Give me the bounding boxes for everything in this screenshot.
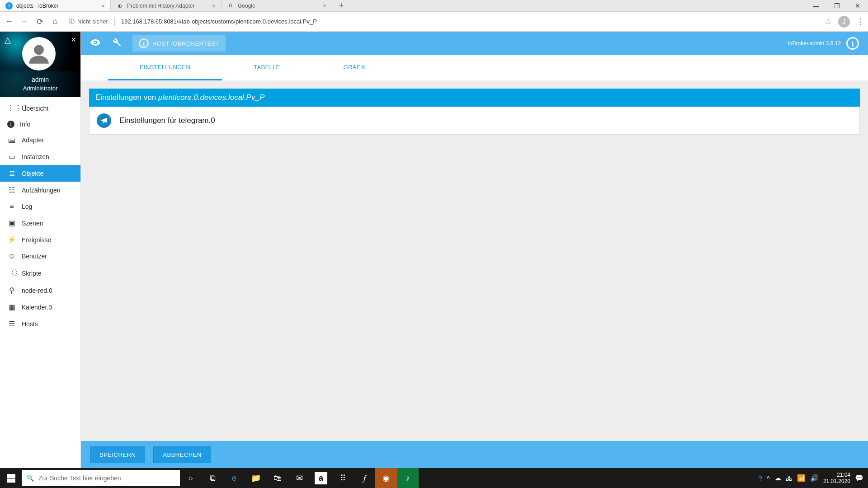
menu-collapse-icon[interactable]: ▽ — [5, 36, 11, 46]
list-icon: ≣ — [7, 169, 16, 178]
sidebar-item-objects[interactable]: ≣Objekte — [0, 165, 80, 182]
windows-taskbar: 🔍 Zur Suche Text hier eingeben ○ ⧉ e 📁 🛍… — [0, 468, 868, 488]
iobroker-icon — [139, 38, 149, 48]
cancel-button[interactable]: ABBRECHEN — [153, 446, 211, 463]
reload-button[interactable]: ⟳ — [34, 17, 45, 27]
browser-menu-icon[interactable]: ⋮ — [856, 17, 864, 27]
sidebar-item-overview[interactable]: ⋮⋮⋮Übersicht — [0, 100, 80, 117]
person-icon: ☺ — [7, 252, 16, 260]
security-badge[interactable]: ⓘ Nicht sicher — [69, 18, 108, 26]
sidebar-item-scripts[interactable]: 〈〉Skripte — [0, 264, 80, 282]
favicon-iobroker: i — [5, 2, 13, 9]
hub-icon: ⚲ — [7, 286, 16, 295]
store-icon[interactable]: 🛍 — [267, 468, 288, 488]
tab-close-icon[interactable]: × — [101, 2, 105, 9]
search-placeholder: Zur Suche Text hier eingeben — [38, 474, 121, 482]
maximize-button[interactable]: ❐ — [826, 0, 847, 12]
sidebar-item-label: Adapter — [22, 136, 44, 144]
forward-button[interactable]: → — [19, 17, 30, 26]
sidebar-item-users[interactable]: ☺Benutzer — [0, 248, 80, 264]
sidebar-close-icon[interactable]: × — [71, 35, 76, 45]
tab-chart[interactable]: GRAFIK — [312, 55, 398, 80]
subtab-bar: EINSTELLUNGEN TABELLE GRAFIK — [81, 55, 868, 80]
code-icon: 〈〉 — [7, 268, 16, 278]
sidebar-item-instances[interactable]: ▭Instanzen — [0, 148, 80, 165]
sidebar-item-label: Objekte — [22, 170, 43, 177]
explorer-icon[interactable]: 📁 — [245, 468, 267, 488]
clock-date: 21.01.2020 — [823, 478, 850, 484]
address-bar[interactable]: ⓘ Nicht sicher 192.168.178.65:8081/#tab-… — [65, 18, 820, 26]
wrench-icon[interactable] — [112, 38, 122, 50]
tab-close-icon[interactable]: × — [212, 2, 216, 9]
network-tray-icon[interactable]: 🖧 — [786, 474, 793, 482]
info-icon: ⓘ — [69, 18, 75, 26]
favicon-google: G — [227, 2, 234, 9]
mail-icon[interactable]: ✉ — [288, 468, 310, 488]
notifications-tray-icon[interactable]: 💬 — [855, 474, 863, 482]
browser-tab-iobroker[interactable]: i objects - ioBroker × — [0, 0, 111, 11]
system-tray: ? ^ ☁ 🖧 📶 🔊 21:04 21.01.2020 💬 — [759, 472, 868, 485]
tab-close-icon[interactable]: × — [323, 2, 326, 9]
sidebar-item-scenes[interactable]: ▣Szenen — [0, 215, 80, 231]
home-button[interactable]: ⌂ — [50, 17, 61, 26]
minimize-button[interactable]: — — [806, 0, 826, 12]
new-tab-button[interactable]: + — [332, 0, 350, 11]
sidebar-user-block: admin Administrator — [0, 71, 80, 97]
tab-table[interactable]: TABELLE — [222, 55, 311, 80]
taskbar-search[interactable]: 🔍 Zur Suche Text hier eingeben — [22, 470, 180, 486]
cloud-tray-icon[interactable]: ☁ — [774, 474, 781, 482]
adapter-settings-row[interactable]: Einstellungen für telegram.0 — [89, 107, 860, 135]
sidebar-item-calendar[interactable]: ▦Kalender.0 — [0, 299, 80, 315]
app-topbar: HOST IOBROKERTEST ioBroker.admin 3.6.12 — [81, 32, 868, 55]
sidebar-item-label: Benutzer — [22, 253, 47, 260]
profile-avatar[interactable]: J — [838, 16, 850, 28]
app-icon[interactable]: 𝑓 — [354, 468, 375, 488]
browser-toolbar: ← → ⟳ ⌂ ⓘ Nicht sicher 192.168.178.65:80… — [0, 12, 868, 32]
sidebar-item-label: Ereignisse — [22, 236, 51, 244]
host-selector[interactable]: HOST IOBROKERTEST — [132, 35, 226, 52]
save-button[interactable]: SPEICHERN — [90, 446, 145, 463]
taskbar-clock[interactable]: 21:04 21.01.2020 — [823, 472, 850, 485]
window-titlebar: i objects - ioBroker × ◐ Problem mit His… — [0, 0, 868, 12]
window-controls: — ❐ ✕ — [806, 0, 868, 11]
volume-tray-icon[interactable]: 🔊 — [810, 474, 819, 482]
dropbox-icon[interactable]: ⠿ — [332, 468, 354, 488]
settings-header-object: plenticore.0.devices.local.Pv_P — [158, 93, 264, 102]
security-label: Nicht sicher — [77, 18, 108, 25]
close-window-button[interactable]: ✕ — [847, 0, 868, 12]
wifi-tray-icon[interactable]: 📶 — [797, 474, 806, 482]
sidebar-item-events[interactable]: ⚡Ereignisse — [0, 231, 80, 248]
sidebar-item-enums[interactable]: ☷Aufzählungen — [0, 182, 80, 198]
sidebar-item-log[interactable]: ≡Log — [0, 198, 80, 215]
edge-icon[interactable]: e — [223, 468, 245, 488]
divider — [114, 18, 115, 26]
amazon-icon[interactable]: a — [315, 472, 327, 484]
taskbar-apps: ○ ⧉ e 📁 🛍 ✉ a ⠿ 𝑓 ◉ ♪ — [180, 468, 419, 488]
sidebar-item-hosts[interactable]: ☰Hosts — [0, 315, 80, 332]
sidebar-item-nodered[interactable]: ⚲node-red.0 — [0, 282, 80, 299]
chevron-up-icon[interactable]: ^ — [767, 474, 770, 482]
iobroker-logo-icon — [846, 37, 859, 50]
sidebar-item-label: Info — [20, 121, 30, 128]
sidebar-item-adapter[interactable]: 🖴Adapter — [0, 132, 80, 148]
browser-tabs: i objects - ioBroker × ◐ Problem mit His… — [0, 0, 806, 11]
settings-header: Einstellungen von plenticore.0.devices.l… — [89, 89, 860, 107]
browser-tab-google[interactable]: G Google × — [222, 0, 332, 11]
visibility-icon[interactable] — [90, 37, 101, 50]
sidebar-item-info[interactable]: iInfo — [0, 117, 80, 132]
tab-title: Problem mit History Adapter — [127, 3, 194, 9]
user-avatar[interactable] — [22, 37, 56, 70]
start-button[interactable] — [0, 474, 22, 483]
bookmark-star-icon[interactable]: ☆ — [825, 17, 832, 27]
cortana-icon[interactable]: ○ — [180, 468, 202, 488]
sidebar-item-label: node-red.0 — [22, 287, 52, 294]
sidebar-item-label: Skripte — [22, 270, 42, 277]
chrome-icon[interactable]: ◉ — [375, 468, 397, 488]
help-tray-icon[interactable]: ? — [759, 474, 762, 482]
browser-tab-forum[interactable]: ◐ Problem mit History Adapter × — [111, 0, 222, 11]
spotify-icon[interactable]: ♪ — [397, 468, 419, 488]
svg-point-0 — [34, 45, 44, 55]
back-button[interactable]: ← — [4, 17, 14, 26]
task-view-icon[interactable]: ⧉ — [202, 468, 223, 488]
tab-settings[interactable]: EINSTELLUNGEN — [108, 55, 222, 80]
